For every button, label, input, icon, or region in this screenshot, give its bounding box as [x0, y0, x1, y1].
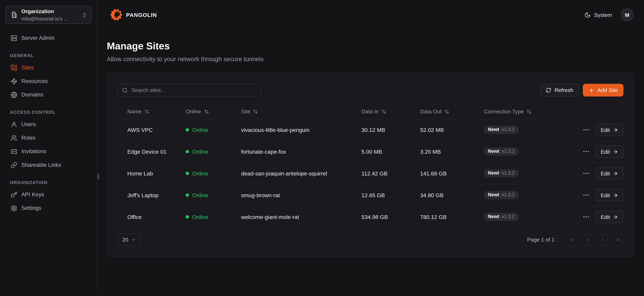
page-head: Manage Sites Allow connectivity to your … — [97, 30, 644, 62]
page-subtitle: Allow connectivity to your network throu… — [107, 56, 634, 62]
sidebar-item-server-admin[interactable]: Server Admin — [5, 34, 92, 42]
sidebar-section-access-control: ACCESS CONTROL — [5, 110, 92, 114]
search-input[interactable] — [132, 87, 257, 93]
online-label: Online — [192, 170, 208, 176]
search-box[interactable] — [117, 84, 262, 96]
table-row: Edge Device 01 Online fortunate-cape-fox… — [117, 141, 624, 163]
site-status: Online — [186, 127, 241, 133]
brand[interactable]: PANGOLIN — [110, 9, 157, 21]
refresh-label: Refresh — [554, 87, 573, 93]
sort-icon[interactable] — [382, 109, 386, 114]
refresh-button[interactable]: Refresh — [540, 84, 579, 96]
prev-page-button[interactable] — [582, 234, 593, 246]
sidebar-item-label: Users — [22, 121, 36, 128]
data-in-value: 112.42 GB — [362, 170, 420, 176]
online-label: Online — [192, 192, 208, 198]
edit-button[interactable]: Edit — [595, 189, 624, 201]
site-slug: fortunate-cape-fox — [241, 148, 362, 155]
sidebar-item-sites[interactable]: Sites — [5, 64, 92, 71]
edit-label: Edit — [601, 170, 610, 176]
sidebar-item-roles[interactable]: Roles — [5, 134, 92, 141]
search-icon — [122, 87, 128, 93]
site-status: Online — [186, 192, 241, 198]
sidebar-item-users[interactable]: Users — [5, 121, 92, 128]
online-label: Online — [192, 148, 208, 155]
site-name: Jeff's Laptop — [117, 192, 186, 198]
globe-icon — [11, 92, 17, 98]
ellipsis-menu-icon[interactable] — [582, 192, 590, 199]
online-label: Online — [192, 214, 208, 220]
edit-label: Edit — [601, 214, 610, 220]
edit-button[interactable]: Edit — [595, 211, 624, 223]
avatar[interactable]: M — [621, 9, 633, 21]
first-page-button[interactable] — [567, 234, 578, 246]
connection-badge: Newtv1.3.2 — [484, 148, 518, 156]
theme-toggle[interactable]: System — [584, 12, 612, 18]
site-slug: vivacious-little-blue-penguin — [241, 127, 362, 133]
client-version: v1.3.2 — [502, 171, 514, 176]
client-version: v1.3.2 — [502, 193, 514, 198]
connection-type-cell: Newtv1.3.2 — [484, 148, 581, 156]
next-page-button[interactable] — [597, 234, 608, 246]
column-header-connection-type: Connection Type — [484, 108, 581, 115]
sidebar-item-label: Roles — [22, 135, 36, 141]
client-version: v1.3.2 — [502, 214, 514, 219]
online-dot-icon — [186, 172, 189, 175]
sidebar-item-domains[interactable]: Domains — [5, 91, 92, 98]
ellipsis-menu-icon[interactable] — [582, 213, 590, 220]
sidebar-item-invitations[interactable]: Invitations — [5, 148, 92, 155]
link-icon — [11, 162, 17, 168]
column-header-data-in: Data In — [362, 108, 420, 115]
sort-icon[interactable] — [527, 109, 532, 114]
ellipsis-menu-icon[interactable] — [582, 148, 590, 155]
connection-badge: Newtv1.3.2 — [484, 213, 518, 221]
connection-badge: Newtv1.3.2 — [484, 126, 518, 134]
ellipsis-menu-icon[interactable] — [582, 170, 590, 177]
client-name: Newt — [488, 149, 499, 154]
sort-icon[interactable] — [204, 109, 209, 114]
org-selector[interactable]: Organization milo@fossorial.io's ... — [5, 6, 92, 24]
add-site-button[interactable]: Add Site — [583, 84, 624, 96]
page-title: Manage Sites — [107, 40, 634, 52]
org-selector-text: Organization milo@fossorial.io's ... — [22, 7, 78, 22]
edit-button[interactable]: Edit — [595, 146, 624, 158]
sort-icon[interactable] — [253, 109, 258, 114]
sort-icon[interactable] — [444, 109, 449, 114]
arrow-right-icon — [613, 192, 618, 198]
connection-badge: Newtv1.3.2 — [484, 191, 518, 199]
connection-type-cell: Newtv1.3.2 — [484, 213, 581, 221]
sidebar-item-label: API Keys — [22, 192, 44, 198]
page-size-select[interactable]: 20 — [117, 233, 141, 246]
sidebar-item-label: Settings — [22, 205, 42, 211]
chevron-left-icon — [585, 237, 590, 242]
client-version: v1.3.2 — [502, 149, 514, 154]
online-dot-icon — [186, 128, 189, 132]
topbar-right: System M — [584, 9, 634, 21]
sidebar-item-settings[interactable]: Settings — [5, 204, 92, 212]
chevrons-left-icon — [570, 237, 575, 242]
edit-button[interactable]: Edit — [595, 124, 624, 136]
data-out-value: 3.20 MB — [420, 148, 484, 155]
sidebar-item-api-keys[interactable]: API Keys — [5, 191, 92, 198]
moon-icon — [584, 12, 590, 18]
online-dot-icon — [186, 194, 189, 197]
sidebar-item-label: Server Admin — [22, 35, 54, 41]
sidebar-item-shareable-links[interactable]: Shareable Links — [5, 162, 92, 168]
client-name: Newt — [488, 193, 499, 198]
ellipsis-menu-icon[interactable] — [582, 126, 590, 134]
edit-label: Edit — [601, 127, 610, 133]
edit-button[interactable]: Edit — [595, 167, 624, 180]
row-actions: Edit — [581, 189, 624, 201]
gear-icon — [11, 205, 17, 211]
page-size-value: 20 — [122, 236, 128, 243]
chevrons-right-icon — [615, 237, 620, 242]
last-page-button[interactable] — [612, 234, 624, 246]
row-actions: Edit — [581, 124, 624, 136]
online-dot-icon — [186, 150, 189, 153]
sidebar-item-resources[interactable]: Resources — [5, 78, 92, 85]
sort-icon[interactable] — [144, 109, 149, 114]
sidebar-item-label: Shareable Links — [22, 162, 61, 168]
client-name: Newt — [488, 128, 499, 132]
sites-panel: Refresh Add Site Name Online — [107, 73, 634, 257]
site-name: AWS VPC — [117, 127, 186, 133]
